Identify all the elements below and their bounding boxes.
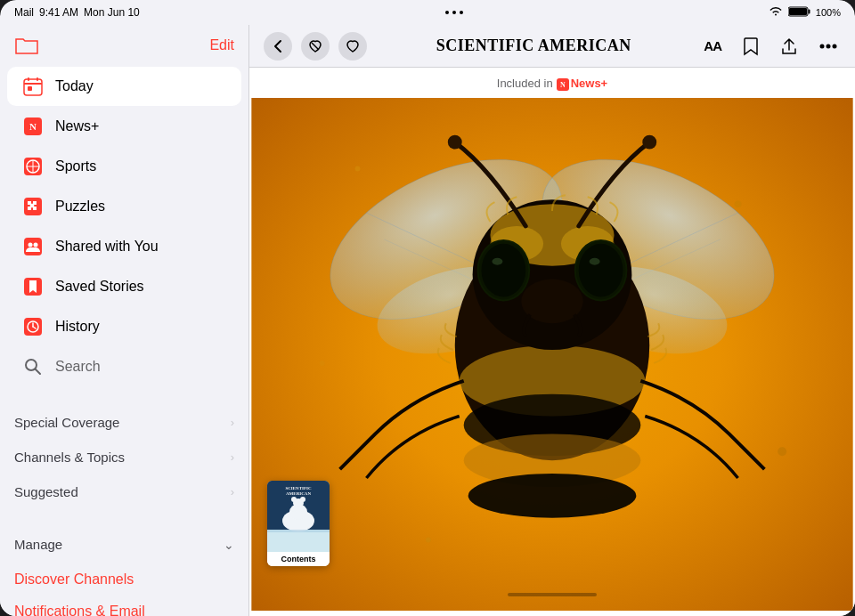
chevron-right-icon-2: › (231, 450, 234, 464)
scroll-indicator (508, 593, 597, 596)
svg-point-58 (482, 243, 526, 296)
status-bar-center (445, 11, 463, 14)
manage-header[interactable]: Manage ⌄ (0, 527, 248, 562)
more-button[interactable] (816, 40, 841, 53)
svg-point-35 (778, 447, 786, 456)
article-publication: SCIENTIFIC AMERICAN (436, 36, 631, 55)
dot2 (452, 11, 456, 14)
svg-point-75 (300, 497, 305, 502)
status-app: Mail (14, 6, 34, 19)
svg-point-72 (300, 507, 305, 512)
svg-rect-2 (789, 8, 807, 15)
svg-point-64 (448, 134, 462, 149)
svg-point-63 (590, 257, 600, 264)
svg-point-27 (826, 44, 830, 48)
svg-text:SCIENTIFIC: SCIENTIFIC (285, 486, 312, 490)
dot1 (445, 11, 449, 14)
svg-point-17 (34, 243, 38, 247)
special-coverage-item[interactable]: Special Coverage › (0, 405, 248, 440)
magazine-thumbnail[interactable]: SCIENTIFIC AMERICAN Contents (267, 481, 330, 566)
sidebar-item-newsplus[interactable]: N News+ (7, 107, 241, 146)
article-subtitle: Included in N News+ (267, 77, 837, 91)
sidebar-item-history[interactable]: History (7, 307, 241, 346)
sidebar-item-search[interactable]: Search (7, 347, 241, 386)
sidebar-item-shared[interactable]: Shared with You (7, 227, 241, 266)
battery-percent: 100% (816, 7, 841, 18)
history-icon (21, 315, 45, 338)
chevron-right-icon: › (231, 416, 234, 429)
svg-point-74 (291, 497, 297, 502)
notifications-email-label: Notifications & Email (14, 604, 145, 616)
svg-point-28 (832, 44, 836, 48)
expandable-section: Special Coverage › Channels & Topics › S… (0, 405, 248, 509)
svg-point-51 (468, 474, 637, 518)
svg-rect-15 (24, 238, 42, 255)
suggested-item[interactable]: Suggested › (0, 474, 248, 509)
svg-text:AMERICAN: AMERICAN (286, 491, 311, 496)
sports-label: Sports (55, 158, 96, 174)
svg-rect-68 (267, 530, 330, 552)
bookmark-button[interactable] (739, 33, 762, 60)
content-area: SCIENTIFIC AMERICAN AA (249, 25, 855, 616)
svg-text:N: N (560, 81, 566, 89)
magazine-cover-image: SCIENTIFIC AMERICAN (267, 481, 330, 552)
search-nav-icon (21, 355, 45, 378)
back-button[interactable] (264, 32, 292, 61)
status-date: Mon Jun 10 (84, 6, 140, 19)
toolbar-left (264, 32, 367, 61)
sidebar-item-saved[interactable]: Saved Stories (7, 267, 241, 306)
svg-text:N: N (29, 121, 37, 132)
manage-section: Manage ⌄ Discover Channels Notifications… (0, 523, 248, 616)
edit-button[interactable]: Edit (209, 37, 234, 53)
shared-label: Shared with You (55, 239, 159, 255)
channels-topics-label: Channels & Topics (14, 450, 125, 465)
newsplus-label: News+ (55, 118, 99, 134)
svg-rect-1 (808, 10, 810, 14)
svg-point-65 (642, 134, 656, 149)
newsplus-icon: N (21, 115, 45, 138)
sidebar: Edit Today (0, 25, 249, 616)
app-container: Edit Today (0, 25, 855, 616)
search-label: Search (55, 359, 101, 375)
article-content: Included in N News+ (249, 68, 855, 616)
sidebar-item-puzzles[interactable]: Puzzles (7, 187, 241, 226)
puzzles-label: Puzzles (55, 199, 105, 215)
battery-icon (788, 6, 810, 19)
folder-icon[interactable] (14, 36, 39, 55)
included-text: Included in (497, 77, 553, 90)
svg-rect-5 (37, 77, 38, 81)
svg-line-24 (36, 369, 41, 375)
sidebar-header: Edit (0, 25, 248, 62)
wifi-icon (769, 6, 783, 19)
discover-channels-label: Discover Channels (14, 571, 134, 588)
sidebar-item-today[interactable]: Today (7, 67, 241, 106)
status-time: 9:41 AM (39, 6, 78, 19)
article-hero: SCIENTIFIC AMERICAN Contents (249, 98, 855, 611)
like-button[interactable] (338, 32, 367, 61)
text-size-button[interactable]: AA (700, 35, 725, 57)
today-label: Today (55, 78, 94, 94)
history-label: History (55, 319, 100, 335)
channels-topics-item[interactable]: Channels & Topics › (0, 440, 248, 474)
notifications-email-link[interactable]: Notifications & Email (0, 596, 248, 616)
bee-illustration (249, 98, 855, 611)
news-plus-badge: N News+ (557, 77, 608, 91)
sidebar-item-sports[interactable]: Sports (7, 147, 241, 186)
dislike-button[interactable] (301, 32, 330, 61)
svg-point-16 (28, 243, 33, 247)
toolbar-right: AA (700, 33, 841, 60)
svg-rect-6 (24, 83, 42, 85)
suggested-label: Suggested (14, 484, 78, 499)
svg-point-59 (492, 257, 502, 264)
saved-icon (21, 275, 45, 298)
magazine-contents-label: Contents (267, 552, 330, 566)
share-button[interactable] (777, 34, 802, 59)
svg-rect-4 (28, 77, 29, 81)
chevron-right-icon-3: › (231, 485, 234, 498)
svg-point-36 (426, 537, 431, 542)
status-bar-left: Mail 9:41 AM Mon Jun 10 (14, 6, 140, 19)
discover-channels-link[interactable]: Discover Channels (0, 563, 248, 596)
svg-point-62 (579, 243, 623, 296)
sports-icon (21, 155, 45, 178)
svg-rect-3 (24, 79, 42, 95)
